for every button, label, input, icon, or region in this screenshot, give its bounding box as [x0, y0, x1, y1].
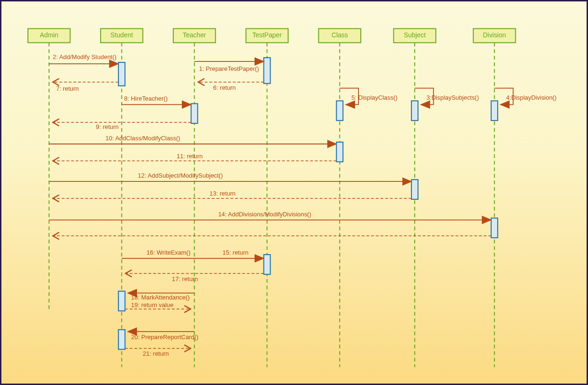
activation-student-1 — [119, 62, 125, 86]
activation-class-1 — [336, 142, 343, 162]
lifeline-label: Teacher — [183, 31, 206, 39]
activation-teacher-1 — [191, 103, 198, 123]
lifeline-class: Class — [319, 29, 361, 368]
lifeline-division: Division — [473, 29, 515, 368]
msg-label: 13: return — [210, 190, 236, 197]
activation-division-1 — [491, 218, 498, 238]
lifeline-label: Class — [332, 31, 348, 39]
lifeline-label: TestPaper — [252, 31, 282, 39]
activation-testpaper-2 — [264, 255, 270, 274]
msg-label: 5: DisplayClass() — [351, 94, 397, 101]
msg-label: 3:DisplaySubjects() — [426, 94, 479, 101]
msg-label: 12: AddSubject/ModifySubject() — [138, 172, 223, 179]
msg-label: 15: return — [222, 249, 248, 256]
activation-student-3 — [119, 330, 125, 350]
msg-label: 7: return — [56, 85, 79, 92]
msg-label: 11: return — [177, 153, 203, 160]
msg-label: 16: WriteExam() — [146, 249, 190, 256]
msg-label: 2: Add/Modify Student() — [53, 53, 117, 60]
msg-label: 6: return — [213, 84, 236, 91]
msg-label: 14: AddDivisions/ModifyDivisions() — [218, 211, 311, 218]
msg-label: 21: return — [143, 350, 169, 357]
diagram-frame: Admin Student Teacher TestPaper Class Su… — [0, 0, 588, 385]
msg-label: 4:DisplayDivision() — [506, 94, 557, 101]
lifeline-label: Subject — [404, 31, 426, 39]
lifeline-label: Division — [483, 31, 506, 39]
activation-student-2 — [119, 291, 125, 311]
msg-label: 19: return value — [131, 301, 174, 308]
msg-label: 18: MarkAttendance() — [131, 294, 190, 301]
activation-division-self — [491, 101, 498, 120]
msg-label: 17: return — [172, 275, 198, 282]
lifeline-label: Admin — [40, 31, 58, 39]
activation-subject-self — [411, 101, 418, 120]
msg-label: 20: PrepareReportCard() — [131, 334, 199, 341]
lifeline-label: Student — [111, 31, 133, 39]
sequence-diagram-svg: Admin Student Teacher TestPaper Class Su… — [1, 1, 587, 384]
activation-testpaper-1 — [264, 58, 270, 84]
msg-label: 10: AddClass/ModifyClass() — [105, 135, 180, 142]
activation-class-self — [336, 101, 343, 120]
activation-subject-1 — [411, 180, 418, 199]
lifeline-teacher: Teacher — [173, 29, 215, 368]
msg-label: 9: return — [96, 123, 119, 130]
msg-label: 1: PrepareTestPaper() — [199, 65, 259, 72]
msg-label: 8: HireTeacher() — [124, 95, 168, 102]
lifeline-admin: Admin — [28, 29, 70, 311]
